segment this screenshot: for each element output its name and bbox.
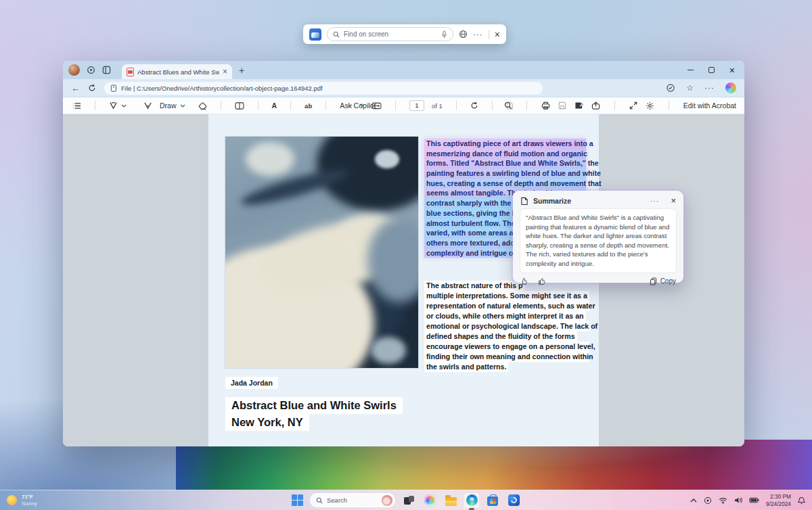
popup-close-icon[interactable]: ×	[671, 196, 676, 205]
eraser-icon[interactable]	[198, 102, 207, 110]
highlighted-text-line: contrast sharply with the lig	[424, 198, 524, 208]
rotate-icon[interactable]	[470, 101, 478, 110]
artist-name: Jada Jordan	[225, 377, 278, 389]
read-aloud-icon[interactable]: A	[272, 101, 277, 110]
refresh-icon[interactable]	[88, 84, 96, 92]
zoom-page-controls: − + 1 of 1	[347, 100, 514, 111]
hidden-icons-chevron[interactable]	[690, 499, 697, 503]
close-icon[interactable]: ×	[495, 30, 500, 39]
highlighted-text-line: This captivating piece of art draws view…	[424, 139, 586, 149]
workspaces-icon[interactable]	[87, 66, 95, 74]
microphone-icon[interactable]	[441, 30, 447, 39]
clock[interactable]: 2:30 PM 9/24/2024	[766, 493, 791, 507]
find-on-screen-input[interactable]: Find on screen	[327, 27, 453, 41]
weather-widget[interactable]: 71°F Sunny	[0, 494, 44, 507]
artwork-title: Abstract Blue and White Swirls	[225, 397, 403, 414]
minimize-button[interactable]	[687, 70, 694, 71]
taskbar-search[interactable]: Search	[310, 493, 395, 507]
fullscreen-icon[interactable]	[629, 101, 637, 110]
pdf-viewer[interactable]: This captivating piece of art draws view…	[63, 114, 744, 446]
file-explorer-button[interactable]	[443, 493, 458, 508]
settings-more-icon[interactable]: ···	[704, 83, 715, 93]
save-icon[interactable]	[558, 101, 566, 110]
microsoft-store-button[interactable]	[485, 493, 500, 508]
settings-gear-icon[interactable]	[646, 101, 654, 110]
search-icon	[333, 31, 340, 38]
summarize-title: Summarize	[533, 197, 645, 205]
tab-strip: Abstract Blues and White Swirls by Ja × …	[63, 61, 744, 79]
highlighter-dropdown-icon[interactable]	[121, 104, 127, 108]
highlighted-text-line: hues, creating a sense of depth and move…	[424, 179, 586, 189]
page-number-input[interactable]: 1	[409, 100, 424, 111]
thumbs-down-icon[interactable]	[520, 277, 528, 285]
body-text-line: emotional or psychological landscape. Th…	[424, 321, 589, 331]
pdf-toolbar: Draw A ab Ask Copilot −	[63, 97, 744, 114]
notification-bell-icon[interactable]	[798, 496, 805, 505]
summarize-doc-icon	[520, 197, 528, 205]
draw-label[interactable]: Draw	[160, 101, 177, 110]
address-bar[interactable]: File | C:Users/Onedrive/Arthistorycollec…	[104, 82, 543, 95]
draw-pen-icon[interactable]	[143, 101, 152, 110]
weather-condition: Sunny	[22, 501, 37, 507]
wallpaper-bloom	[176, 440, 812, 491]
maximize-button[interactable]	[708, 67, 715, 73]
draw-dropdown-icon[interactable]	[180, 104, 185, 108]
browser-essentials-icon[interactable]	[666, 83, 675, 93]
page-view-icon[interactable]	[235, 102, 244, 110]
find-in-document-icon[interactable]	[504, 101, 512, 110]
zoom-in-icon[interactable]: +	[359, 101, 364, 110]
summarize-popup: Summarize ··· × "Abstract Blue and White…	[513, 191, 683, 283]
body-text-line: or clouds, while others might interpret …	[424, 311, 586, 321]
body-text-line: representation of natural elements, such…	[424, 301, 589, 311]
clock-time: 2:30 PM	[766, 493, 791, 500]
artwork-image	[225, 137, 418, 368]
summary-text: "Abstract Blue and White Swirls" is a ca…	[520, 208, 677, 273]
tab-close-icon[interactable]: ×	[223, 68, 227, 76]
highlighted-text-line: almost turbulent flow. The t	[424, 218, 522, 229]
fit-to-width-icon[interactable]	[371, 102, 382, 110]
start-button[interactable]	[291, 494, 304, 507]
window-close-button[interactable]: ×	[729, 66, 735, 75]
url-text: File | C:Users/Onedrive/Arthistorycollec…	[121, 85, 323, 92]
new-tab-button[interactable]: +	[239, 65, 244, 76]
share-icon[interactable]	[591, 101, 600, 110]
edge-button[interactable]	[464, 493, 479, 508]
print-icon[interactable]	[541, 101, 550, 110]
pdf-toolbar-right: Edit with Acrobat	[504, 101, 736, 110]
highlighted-text-line: blue sections, giving the im	[424, 208, 522, 218]
save-as-icon[interactable]	[574, 101, 583, 110]
volume-icon[interactable]	[734, 496, 742, 504]
favorites-star-icon[interactable]: ☆	[686, 83, 694, 93]
wifi-icon[interactable]	[719, 497, 727, 504]
highlighted-text-line: forms. Titled "Abstract Blue and White S…	[424, 158, 586, 168]
copilot-taskbar-button[interactable]	[422, 493, 437, 508]
browser-tab[interactable]: Abstract Blues and White Swirls by Ja ×	[122, 64, 232, 79]
sun-icon	[7, 495, 17, 505]
body-text-line: the swirls and patterns.	[424, 362, 508, 372]
popup-more-icon[interactable]: ···	[650, 197, 659, 205]
body-text-line: finding their own meaning and connection…	[424, 352, 589, 362]
vertical-tabs-icon[interactable]	[102, 66, 111, 74]
task-view-button[interactable]	[401, 493, 416, 508]
copy-label: Copy	[660, 277, 676, 285]
thumbs-up-icon[interactable]	[537, 277, 545, 285]
profile-avatar[interactable]	[68, 64, 80, 76]
read-aloud-text-icon[interactable]: ab	[304, 102, 312, 110]
more-options-icon[interactable]: ···	[473, 30, 483, 39]
tray-copilot-icon[interactable]	[704, 496, 712, 505]
copilot-icon[interactable]	[725, 83, 736, 93]
highlighted-text-line: others more textured, addin	[424, 238, 523, 248]
table-of-contents-icon[interactable]	[72, 102, 81, 110]
zoom-out-icon[interactable]: −	[347, 101, 352, 110]
edit-with-acrobat-button[interactable]: Edit with Acrobat	[683, 101, 736, 110]
copy-button[interactable]: Copy	[650, 277, 676, 285]
body-text-line: multiple interpretations. Some might see…	[424, 291, 589, 301]
highlighter-icon[interactable]	[109, 101, 118, 110]
battery-icon[interactable]	[749, 497, 759, 503]
back-icon[interactable]: ←	[71, 83, 80, 93]
visual-search-app-icon[interactable]	[309, 28, 321, 41]
globe-icon[interactable]	[459, 30, 468, 39]
tab-title: Abstract Blues and White Swirls by Ja	[137, 68, 219, 76]
desktop: Find on screen ··· × Abstract Blues and …	[0, 0, 812, 510]
microsoft-365-button[interactable]	[506, 493, 521, 508]
